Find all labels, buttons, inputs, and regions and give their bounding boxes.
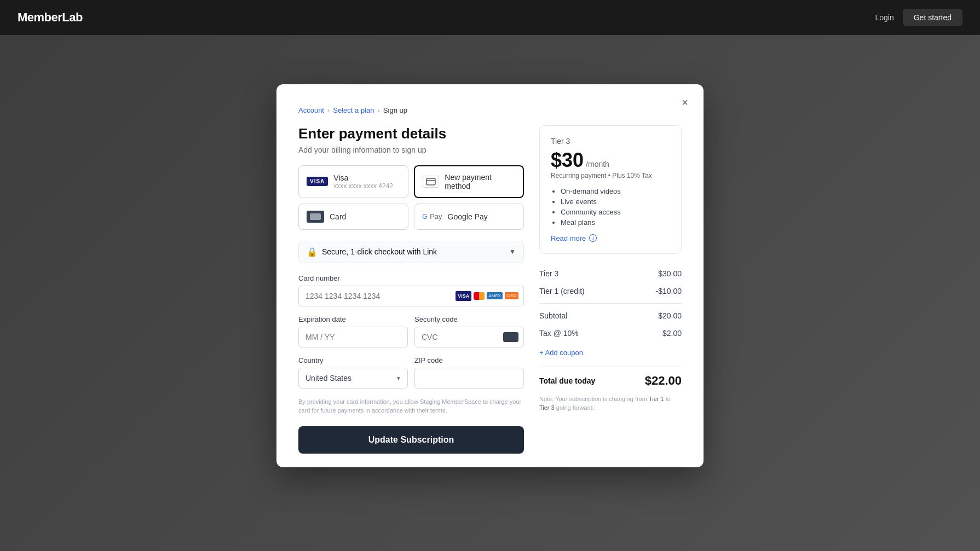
get-started-button[interactable]: Get started — [903, 9, 962, 26]
cvc-wrapper — [414, 327, 524, 347]
add-coupon-link[interactable]: + Add coupon — [539, 346, 682, 359]
plan-price-period: /month — [586, 160, 609, 169]
expiry-section: Expiration date — [298, 315, 408, 347]
close-button[interactable]: × — [676, 94, 694, 112]
new-pm-label: New payment method — [445, 173, 515, 190]
summary-tier3-amount: $30.00 — [658, 269, 682, 278]
amex-mini-icon: AMEX — [487, 292, 503, 299]
zip-input[interactable]: 12345 — [414, 368, 524, 388]
summary-tax-amount: $2.00 — [662, 329, 682, 338]
secure-checkout-text: Secure, 1-click checkout with Link — [322, 247, 505, 256]
card-icons-row: VISA AMEX DISC — [456, 291, 518, 301]
cvc-section: Security code — [414, 315, 524, 347]
cvc-card-icon — [503, 332, 518, 342]
payment-methods-grid: VISA Visa xxxx xxxx xxxx 4242 New payme — [298, 165, 524, 230]
summary-tax-label: Tax @ 10% — [539, 329, 579, 338]
plan-card: Tier 3 $30 /month Recurring payment • Pl… — [539, 125, 682, 254]
gpay-label: Google Pay — [448, 212, 488, 221]
secure-checkout-bar[interactable]: 🔒 Secure, 1-click checkout with Link ▼ — [298, 241, 524, 263]
plan-price-amount: $30 — [551, 149, 584, 172]
card-label: Card — [330, 212, 346, 221]
lock-icon: 🔒 — [307, 247, 318, 257]
summary-credit-row: Tier 1 (credit) -$10.00 — [539, 282, 682, 300]
legal-text: By providing your card information, you … — [298, 397, 524, 415]
breadcrumb-select-plan[interactable]: Select a plan — [333, 106, 374, 114]
card-number-wrapper: VISA AMEX DISC — [298, 286, 524, 306]
breadcrumb-sep-2: › — [378, 106, 380, 114]
summary-subtotal-label: Subtotal — [539, 311, 567, 320]
svg-rect-0 — [426, 178, 435, 185]
country-label: Country — [298, 356, 408, 364]
mastercard-mini-icon — [474, 292, 485, 300]
feature-4: Meal plans — [561, 218, 670, 227]
payment-method-new[interactable]: New payment method — [414, 165, 524, 198]
submit-button[interactable]: Update Subscription — [298, 426, 524, 454]
add-coupon-wrapper: + Add coupon — [539, 342, 682, 363]
card-number-label: Card number — [298, 274, 524, 282]
breadcrumb: Account › Select a plan › Sign up — [298, 106, 682, 114]
order-summary: Tier 3 $30.00 Tier 1 (credit) -$10.00 Su… — [539, 265, 682, 413]
breadcrumb-account[interactable]: Account — [298, 106, 324, 114]
plan-price: $30 /month — [551, 149, 670, 172]
summary-tier3-label: Tier 3 — [539, 269, 558, 278]
payment-method-gpay[interactable]: GPay Google Pay — [414, 204, 524, 230]
visa-sublabel: xxxx xxxx xxxx 4242 — [333, 182, 393, 190]
feature-2: Live events — [561, 198, 670, 206]
visa-label: Visa — [333, 173, 393, 182]
expiry-input[interactable] — [298, 327, 408, 347]
payment-method-card[interactable]: Card — [298, 204, 408, 230]
modal-subtitle: Add your billing information to sign up — [298, 146, 524, 154]
feature-1: On-demand videos — [561, 187, 670, 195]
expiry-label: Expiration date — [298, 315, 408, 323]
summary-tier3-row: Tier 3 $30.00 — [539, 265, 682, 282]
visa-mini-icon: VISA — [456, 291, 471, 301]
feature-3: Community access — [561, 208, 670, 216]
note-tier3: Tier 3 — [539, 404, 555, 411]
summary-tax-row: Tax @ 10% $2.00 — [539, 324, 682, 342]
plan-recurring: Recurring payment • Plus 10% Tax — [551, 172, 670, 179]
new-payment-icon — [423, 176, 439, 188]
plan-features-list: On-demand videos Live events Community a… — [551, 187, 670, 227]
summary-divider-1 — [539, 303, 682, 304]
left-panel: Enter payment details Add your billing i… — [298, 125, 524, 454]
total-amount: $22.00 — [645, 374, 682, 388]
country-zip-row: Country United States Canada United King… — [298, 356, 524, 397]
cvc-label: Security code — [414, 315, 524, 323]
total-note: Note: Your subscription is changing from… — [539, 395, 682, 413]
right-panel: Tier 3 $30 /month Recurring payment • Pl… — [539, 125, 682, 454]
card-generic-icon — [307, 211, 324, 223]
modal-body: Enter payment details Add your billing i… — [298, 125, 682, 454]
summary-subtotal-amount: $20.00 — [658, 311, 682, 320]
payment-modal: × Account › Select a plan › Sign up Ente… — [276, 84, 704, 467]
site-logo: MemberLab — [18, 10, 83, 25]
info-icon: i — [589, 234, 597, 242]
login-link[interactable]: Login — [875, 13, 893, 22]
top-bar: MemberLab Login Get started — [0, 0, 980, 35]
note-tier1: Tier 1 — [649, 396, 664, 402]
zip-section: ZIP code 12345 — [414, 356, 524, 388]
read-more-text: Read more — [551, 234, 586, 242]
summary-credit-label: Tier 1 (credit) — [539, 287, 585, 295]
summary-credit-amount: -$10.00 — [656, 287, 682, 295]
card-number-section: Card number VISA AMEX DISC — [298, 274, 524, 306]
visa-info: Visa xxxx xxxx xxxx 4242 — [333, 173, 393, 190]
gpay-icon: GPay — [422, 212, 442, 221]
modal-title: Enter payment details — [298, 125, 524, 142]
breadcrumb-current: Sign up — [383, 106, 407, 114]
breadcrumb-sep-1: › — [327, 106, 330, 114]
chevron-down-icon: ▼ — [509, 248, 516, 256]
top-bar-nav: Login Get started — [875, 9, 962, 26]
discover-mini-icon: DISC — [505, 292, 518, 299]
read-more-link[interactable]: Read more i — [551, 234, 670, 242]
visa-icon: VISA — [307, 177, 328, 186]
payment-method-visa[interactable]: VISA Visa xxxx xxxx xxxx 4242 — [298, 165, 408, 198]
total-row: Total due today $22.00 — [539, 367, 682, 391]
country-section: Country United States Canada United King… — [298, 356, 408, 388]
summary-subtotal-row: Subtotal $20.00 — [539, 307, 682, 324]
total-label: Total due today — [539, 376, 595, 385]
country-select-wrapper: United States Canada United Kingdom Aust… — [298, 368, 408, 388]
expiry-cvc-row: Expiration date Security code — [298, 315, 524, 356]
credit-card-svg — [426, 178, 436, 185]
zip-label: ZIP code — [414, 356, 524, 364]
country-select[interactable]: United States Canada United Kingdom Aust… — [298, 368, 408, 388]
